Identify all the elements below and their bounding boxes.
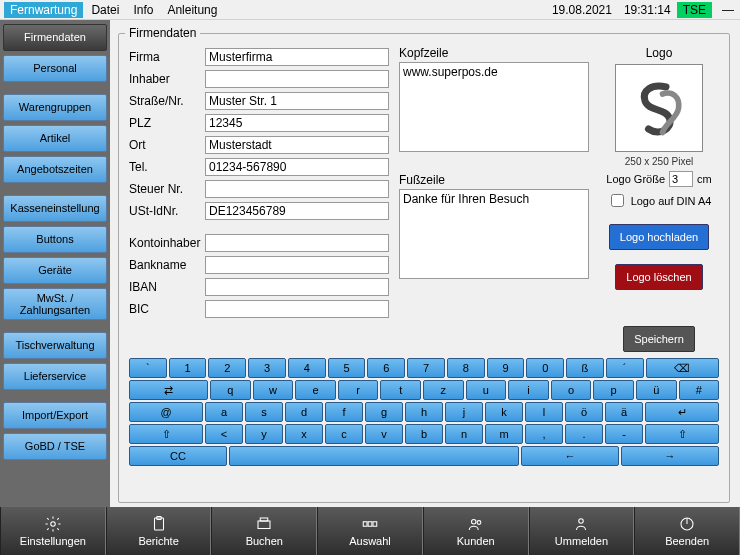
sidebar-item-tischverwaltung[interactable]: Tischverwaltung <box>3 332 107 359</box>
key-1[interactable]: 1 <box>169 358 207 378</box>
key-.[interactable]: . <box>565 424 603 444</box>
key-i[interactable]: i <box>508 380 549 400</box>
key-o[interactable]: o <box>551 380 592 400</box>
key-3[interactable]: 3 <box>248 358 286 378</box>
key-k[interactable]: k <box>485 402 523 422</box>
bottom-kunden[interactable]: Kunden <box>423 507 529 555</box>
input-bankname[interactable] <box>205 256 389 274</box>
sidebar-item-mwst-zahlungsarten[interactable]: MwSt. / Zahlungsarten <box>3 288 107 320</box>
bottom-berichte[interactable]: Berichte <box>106 507 212 555</box>
key-s[interactable]: s <box>245 402 283 422</box>
key-´[interactable]: ´ <box>606 358 644 378</box>
button-save[interactable]: Speichern <box>623 326 695 352</box>
key-0[interactable]: 0 <box>526 358 564 378</box>
key-d[interactable]: d <box>285 402 323 422</box>
key-6[interactable]: 6 <box>367 358 405 378</box>
key-→[interactable]: → <box>621 446 719 466</box>
input-logo-size[interactable] <box>669 171 693 187</box>
menu-fernwartung[interactable]: Fernwartung <box>4 2 83 18</box>
key-#[interactable]: # <box>679 380 720 400</box>
key-u[interactable]: u <box>466 380 507 400</box>
key-r[interactable]: r <box>338 380 379 400</box>
key-b[interactable]: b <box>405 424 443 444</box>
input-steuer[interactable] <box>205 180 389 198</box>
window-minimize-button[interactable]: — <box>718 3 736 17</box>
key-5[interactable]: 5 <box>328 358 366 378</box>
input-inhaber[interactable] <box>205 70 389 88</box>
key-`[interactable]: ` <box>129 358 167 378</box>
sidebar-item-angebotszeiten[interactable]: Angebotszeiten <box>3 156 107 183</box>
key-ß[interactable]: ß <box>566 358 604 378</box>
bottom-auswahl[interactable]: Auswahl <box>317 507 423 555</box>
button-logo-delete[interactable]: Logo löschen <box>615 264 702 290</box>
sidebar-item-artikel[interactable]: Artikel <box>3 125 107 152</box>
input-ustid[interactable] <box>205 202 389 220</box>
key-ö[interactable]: ö <box>565 402 603 422</box>
key-2[interactable]: 2 <box>208 358 246 378</box>
bottom-ummelden[interactable]: Ummelden <box>529 507 635 555</box>
input-kontoinhaber[interactable] <box>205 234 389 252</box>
key-↵[interactable]: ↵ <box>645 402 719 422</box>
sidebar-item-kasseneinstellung[interactable]: Kasseneinstellung <box>3 195 107 222</box>
bottom-beenden[interactable]: Beenden <box>634 507 740 555</box>
key-←[interactable]: ← <box>521 446 619 466</box>
key-⌫[interactable]: ⌫ <box>646 358 719 378</box>
textarea-fusszeile[interactable]: Danke für Ihren Besuch <box>399 189 589 279</box>
input-bic[interactable] <box>205 300 389 318</box>
key-m[interactable]: m <box>485 424 523 444</box>
key-z[interactable]: z <box>423 380 464 400</box>
sidebar-item-lieferservice[interactable]: Lieferservice <box>3 363 107 390</box>
input-ort[interactable] <box>205 136 389 154</box>
textarea-kopfzeile[interactable]: www.superpos.de <box>399 62 589 152</box>
key-@[interactable]: @ <box>129 402 203 422</box>
key-j[interactable]: j <box>445 402 483 422</box>
key-w[interactable]: w <box>253 380 294 400</box>
sidebar-item-import-export[interactable]: Import/Export <box>3 402 107 429</box>
key-⇧[interactable]: ⇧ <box>645 424 719 444</box>
key-x[interactable]: x <box>285 424 323 444</box>
sidebar-item-buttons[interactable]: Buttons <box>3 226 107 253</box>
key-c[interactable]: c <box>325 424 363 444</box>
key-7[interactable]: 7 <box>407 358 445 378</box>
sidebar-item-personal[interactable]: Personal <box>3 55 107 82</box>
sidebar-item-warengruppen[interactable]: Warengruppen <box>3 94 107 121</box>
input-tel[interactable] <box>205 158 389 176</box>
key-t[interactable]: t <box>380 380 421 400</box>
key-y[interactable]: y <box>245 424 283 444</box>
menu-info[interactable]: Info <box>127 2 159 18</box>
key-<[interactable]: < <box>205 424 243 444</box>
key-l[interactable]: l <box>525 402 563 422</box>
sidebar-item-firmendaten[interactable]: Firmendaten <box>3 24 107 51</box>
key-ä[interactable]: ä <box>605 402 643 422</box>
checkbox-logo-dina4-wrapper[interactable]: Logo auf DIN A4 <box>607 191 712 210</box>
key-CC[interactable]: CC <box>129 446 227 466</box>
key-p[interactable]: p <box>593 380 634 400</box>
key-g[interactable]: g <box>365 402 403 422</box>
key-e[interactable]: e <box>295 380 336 400</box>
key-f[interactable]: f <box>325 402 363 422</box>
sidebar-item-gobd-tse[interactable]: GoBD / TSE <box>3 433 107 460</box>
bottom-einstellungen[interactable]: Einstellungen <box>0 507 106 555</box>
menu-anleitung[interactable]: Anleitung <box>161 2 223 18</box>
input-iban[interactable] <box>205 278 389 296</box>
key--[interactable]: - <box>605 424 643 444</box>
key-space[interactable] <box>229 446 519 466</box>
key-4[interactable]: 4 <box>288 358 326 378</box>
key-9[interactable]: 9 <box>487 358 525 378</box>
button-logo-upload[interactable]: Logo hochladen <box>609 224 709 250</box>
menu-datei[interactable]: Datei <box>85 2 125 18</box>
input-firma[interactable] <box>205 48 389 66</box>
key-ü[interactable]: ü <box>636 380 677 400</box>
key-⇄[interactable]: ⇄ <box>129 380 208 400</box>
key-a[interactable]: a <box>205 402 243 422</box>
key-n[interactable]: n <box>445 424 483 444</box>
key-,[interactable]: , <box>525 424 563 444</box>
input-plz[interactable] <box>205 114 389 132</box>
key-⇧[interactable]: ⇧ <box>129 424 203 444</box>
sidebar-item-geraete[interactable]: Geräte <box>3 257 107 284</box>
key-v[interactable]: v <box>365 424 403 444</box>
key-h[interactable]: h <box>405 402 443 422</box>
key-q[interactable]: q <box>210 380 251 400</box>
key-8[interactable]: 8 <box>447 358 485 378</box>
input-strasse[interactable] <box>205 92 389 110</box>
